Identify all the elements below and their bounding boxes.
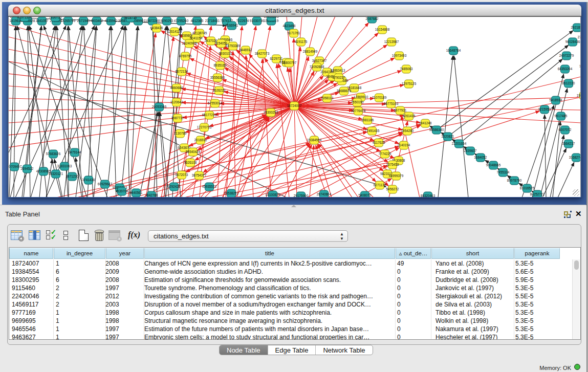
- svg-text:7485063: 7485063: [400, 67, 413, 71]
- svg-text:83793389: 83793389: [226, 44, 241, 48]
- svg-text:45935572: 45935572: [202, 185, 217, 188]
- svg-text:23718431: 23718431: [205, 19, 220, 23]
- svg-text:6672134: 6672134: [176, 70, 188, 73]
- svg-text:57683626: 57683626: [46, 152, 61, 156]
- svg-text:38688676: 38688676: [337, 89, 352, 93]
- svg-text:2571945: 2571945: [77, 19, 90, 23]
- svg-text:71367643: 71367643: [579, 64, 580, 68]
- svg-text:3741438: 3741438: [82, 178, 95, 182]
- svg-text:2921859: 2921859: [571, 26, 580, 29]
- svg-text:6440561: 6440561: [130, 191, 143, 194]
- svg-text:4191175: 4191175: [295, 40, 308, 43]
- svg-text:6229731: 6229731: [270, 57, 283, 60]
- svg-text:27566185: 27566185: [578, 35, 580, 39]
- svg-text:5977931: 5977931: [394, 108, 407, 112]
- svg-text:5446912: 5446912: [239, 48, 252, 52]
- svg-text:7358113: 7358113: [321, 96, 334, 100]
- svg-text:3564217: 3564217: [562, 142, 575, 145]
- svg-text:6271130: 6271130: [374, 183, 386, 187]
- svg-text:7455324: 7455324: [497, 170, 510, 174]
- svg-text:4117625: 4117625: [373, 141, 385, 144]
- svg-text:1981186: 1981186: [361, 118, 374, 122]
- svg-text:6261415: 6261415: [403, 114, 416, 118]
- svg-text:8930103: 8930103: [219, 52, 232, 55]
- svg-text:68353204: 68353204: [558, 67, 573, 71]
- svg-text:2140194: 2140194: [398, 143, 410, 147]
- svg-text:8612220: 8612220: [562, 81, 575, 85]
- svg-text:3871230: 3871230: [66, 174, 79, 178]
- svg-text:19736572: 19736572: [577, 94, 580, 97]
- svg-text:17270733: 17270733: [197, 125, 212, 129]
- svg-text:6292423: 6292423: [168, 185, 181, 188]
- svg-text:38754377: 38754377: [192, 173, 207, 177]
- svg-text:5408072: 5408072: [359, 193, 372, 197]
- svg-text:16648784: 16648784: [446, 49, 461, 52]
- svg-text:24972279: 24972279: [559, 54, 574, 57]
- svg-text:10872248: 10872248: [145, 19, 160, 23]
- svg-text:29175900: 29175900: [294, 194, 309, 197]
- svg-text:6007072: 6007072: [559, 128, 572, 132]
- svg-text:14265799: 14265799: [61, 19, 76, 23]
- svg-text:7774229: 7774229: [379, 152, 391, 156]
- svg-text:30776478: 30776478: [351, 109, 366, 113]
- svg-text:19384554: 19384554: [307, 138, 322, 142]
- svg-text:66775103: 66775103: [384, 102, 399, 105]
- svg-text:20709497: 20709497: [9, 165, 22, 168]
- svg-text:81016525: 81016525: [520, 186, 535, 190]
- svg-text:2839607: 2839607: [464, 149, 477, 152]
- svg-text:34627347: 34627347: [312, 59, 327, 62]
- svg-text:4842788: 4842788: [145, 193, 158, 197]
- svg-text:12614124: 12614124: [167, 30, 182, 33]
- svg-text:47295260: 47295260: [174, 19, 189, 23]
- svg-text:3215953: 3215953: [538, 107, 551, 111]
- svg-text:8090293: 8090293: [161, 19, 173, 23]
- svg-text:16154808: 16154808: [375, 28, 390, 31]
- svg-text:38427073: 38427073: [255, 52, 270, 55]
- svg-text:4823498: 4823498: [283, 24, 296, 28]
- svg-text:2694522: 2694522: [21, 167, 34, 170]
- svg-text:84252722: 84252722: [530, 192, 545, 196]
- svg-text:5672073: 5672073: [176, 173, 188, 177]
- svg-text:65177213: 65177213: [202, 113, 217, 117]
- svg-text:4903402: 4903402: [91, 19, 103, 23]
- svg-text:57553014: 57553014: [208, 101, 223, 105]
- svg-text:12213987: 12213987: [384, 40, 399, 43]
- svg-text:95320121: 95320121: [49, 172, 63, 176]
- svg-text:89978790: 89978790: [507, 179, 522, 182]
- svg-text:1987737: 1987737: [171, 116, 184, 120]
- svg-text:5918715: 5918715: [124, 17, 137, 19]
- svg-text:2087682: 2087682: [366, 17, 379, 20]
- svg-text:2016911: 2016911: [194, 138, 207, 142]
- svg-text:25300293: 25300293: [264, 111, 278, 114]
- svg-text:71070189: 71070189: [372, 96, 387, 99]
- svg-text:44999379: 44999379: [389, 174, 404, 178]
- svg-text:55540424: 55540424: [186, 150, 201, 154]
- svg-text:5171761: 5171761: [288, 31, 300, 35]
- svg-text:77491435: 77491435: [365, 129, 380, 133]
- svg-text:90048665: 90048665: [486, 163, 501, 167]
- svg-text:5456272: 5456272: [386, 187, 399, 191]
- svg-text:9626108: 9626108: [184, 161, 197, 164]
- svg-text:96028436: 96028436: [565, 40, 580, 43]
- svg-text:3790237: 3790237: [333, 76, 345, 79]
- svg-text:3341057: 3341057: [36, 19, 49, 23]
- svg-text:5479144: 5479144: [69, 150, 81, 154]
- svg-text:63100814: 63100814: [266, 193, 280, 196]
- svg-text:7350753: 7350753: [49, 17, 62, 19]
- svg-text:9517485: 9517485: [555, 114, 568, 118]
- svg-text:87490893: 87490893: [264, 17, 279, 18]
- svg-text:8935169: 8935169: [214, 63, 227, 67]
- svg-text:38538251: 38538251: [224, 191, 239, 195]
- svg-text:4612365: 4612365: [191, 19, 204, 23]
- svg-text:4769795: 4769795: [179, 54, 192, 58]
- svg-text:72092888: 72092888: [310, 65, 324, 69]
- svg-text:7550190: 7550190: [351, 100, 364, 104]
- svg-text:6438436: 6438436: [150, 26, 163, 30]
- svg-text:26053346: 26053346: [152, 105, 167, 108]
- svg-text:58586340: 58586340: [429, 128, 444, 132]
- svg-text:88320463: 88320463: [421, 194, 435, 197]
- svg-text:2626229: 2626229: [213, 89, 226, 92]
- svg-text:3320821: 3320821: [442, 135, 454, 138]
- svg-text:26240908: 26240908: [182, 41, 197, 45]
- svg-text:1954280: 1954280: [401, 129, 414, 133]
